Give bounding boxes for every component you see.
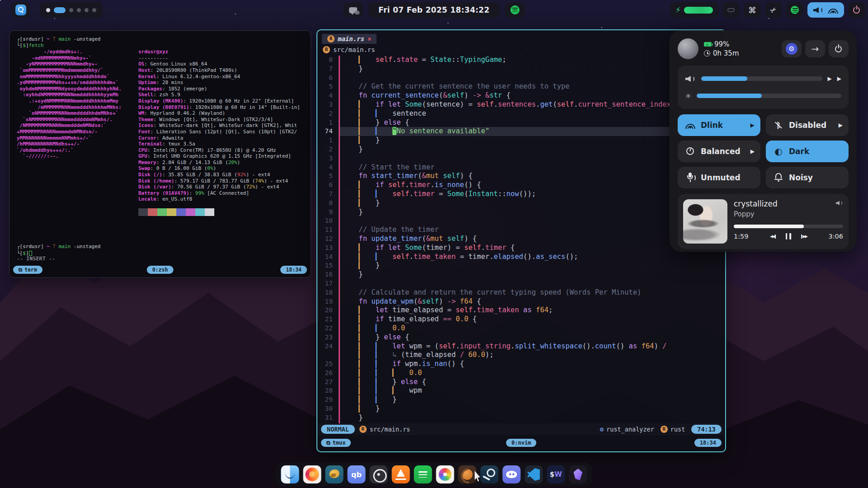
code-line: 7 ▎ ▎ self.timer = Some(Instant::now()); <box>317 190 725 199</box>
workspace-indicator[interactable] <box>40 2 103 18</box>
code-line: 3 ▎ if let Some(sentence) = self.sentenc… <box>317 100 725 109</box>
tmux-clock-label: 18:34 <box>700 440 716 446</box>
speaker-icon[interactable] <box>835 199 843 206</box>
dock-item-finder[interactable] <box>281 465 299 483</box>
code-line: 22 ▎ ▎ 0.0 <box>317 324 725 333</box>
dock-item-discord[interactable] <box>503 465 521 483</box>
terminal-window[interactable]: ┌[srdusr] ~ ᛉ main -unstaged└[$]fetch -/… <box>9 30 311 278</box>
toggle-disabled[interactable]: ᛒDisabled▶ <box>766 114 849 136</box>
fetch-info-line: Uptime: 28 mins <box>138 80 303 86</box>
toggle-noisy[interactable]: Noisy <box>766 167 849 188</box>
color-swatch <box>195 208 205 216</box>
clock-pill[interactable]: Fri 07 Feb 2025 18:34:22 <box>368 2 500 18</box>
tmux-session-zsh[interactable]: 0:zsh <box>147 266 174 274</box>
tmux-window-term[interactable]: ⧉ term <box>13 266 42 274</box>
volume-network-button[interactable] <box>807 2 844 18</box>
brightness-slider[interactable] <box>697 94 841 98</box>
dock-item-obsidian[interactable] <box>569 465 587 483</box>
pause-button[interactable] <box>786 233 791 239</box>
logout-button[interactable]: → <box>805 40 825 57</box>
volume-slider[interactable] <box>701 76 822 81</box>
launcher-button[interactable] <box>12 2 30 18</box>
chevron-right-icon[interactable]: ▶ <box>828 75 832 82</box>
workspace-4[interactable] <box>77 8 81 12</box>
tmux-session-nvim[interactable]: 0:nvim <box>506 439 536 447</box>
workspace-3[interactable] <box>69 8 73 12</box>
code-line: 19 fn update_wpm(&self) -> f64 { <box>317 297 725 306</box>
dock-item-wezterm[interactable]: $W <box>547 465 565 483</box>
tab-close-icon[interactable]: × <box>368 35 371 42</box>
dock-item-steam[interactable] <box>481 465 499 483</box>
code-line: 6 <box>317 74 725 83</box>
previous-track-button[interactable] <box>770 234 776 239</box>
terminal-prompt-top: ┌[srdusr] ~ ᛉ main -unstaged└[$]fetch <box>17 36 303 48</box>
toggle-dlink[interactable]: Dlink▶ <box>678 114 760 136</box>
settings-button[interactable]: ⚙ <box>782 40 802 57</box>
desktop: Fri 07 Feb 2025 18:34:22 ⚡ ⌘ ✂ <box>0 0 868 488</box>
battery-indicator[interactable]: ⚡ <box>670 2 718 18</box>
tmux-session-label: 0:nvim <box>511 440 531 446</box>
microphone-icon <box>685 173 696 183</box>
window-icon: ⧉ <box>326 440 330 446</box>
fetch-info-line: Packages: 1852 (emerge) <box>138 86 303 92</box>
dock-item-vscode[interactable] <box>525 465 543 483</box>
toggle-dark[interactable]: ◐Dark <box>766 141 849 162</box>
code-line: 2 ▎ ▎ sentence <box>317 109 725 118</box>
arrow-right-icon: → <box>811 43 819 54</box>
seek-bar[interactable] <box>734 225 843 228</box>
dock-item-obs[interactable] <box>370 465 388 483</box>
fetch-info-line: GPU: Intel UHD Graphics 620 @ 1.15 GHz [… <box>138 153 303 160</box>
wifi-icon <box>828 5 839 15</box>
window-icon: ⧉ <box>19 267 22 273</box>
vi-mode-indicator: -- INSERT -- <box>17 256 303 262</box>
terminal-body[interactable]: ┌[srdusr] ~ ᛉ main -unstaged└[$]fetch -/… <box>9 31 311 277</box>
fetch-info-line: WM: Hyprland 0.46.2 (Wayland) <box>138 110 303 117</box>
contrast-icon: ◐ <box>773 146 784 156</box>
toggle-label: Dlink <box>701 121 723 130</box>
dock-item-otter[interactable] <box>458 465 476 483</box>
spotify-button[interactable] <box>505 2 525 18</box>
tray-button[interactable] <box>722 2 740 18</box>
dock-item-vlc[interactable] <box>392 465 410 483</box>
dock-item-firefox[interactable] <box>303 465 321 483</box>
dock-item-photos[interactable] <box>436 465 454 483</box>
avatar[interactable] <box>678 38 698 59</box>
quick-toggles: Dlink▶ᛒDisabled▶Balanced▶◐DarkUnmutedNoi… <box>678 114 849 188</box>
power-button[interactable] <box>829 40 849 57</box>
cursor-position-badge: 74:13 <box>691 425 722 434</box>
chevron-right-icon[interactable]: ▶ <box>837 75 841 82</box>
editor-window[interactable]: R main.rs × R src/main.rs 8 ▎ self.state… <box>316 29 726 452</box>
workspace-5[interactable] <box>85 8 89 12</box>
color-swatch <box>138 208 148 216</box>
toggle-label: Unmuted <box>701 173 741 182</box>
spotify-tray-button[interactable] <box>786 2 803 18</box>
fetch-info-line: Display (MK400): 868x488 @ 60 Hz in 22… <box>138 98 303 104</box>
toggle-unmuted[interactable]: Unmuted <box>678 167 760 188</box>
fetch-info-line: OS: Gentoo Linux x86_64 <box>138 61 303 67</box>
dock-item-bird[interactable] <box>326 465 344 483</box>
code-line: 6 ▎ if self.timer.is_none() { <box>317 181 725 190</box>
notifications-button[interactable] <box>343 2 363 18</box>
workspace-1[interactable] <box>46 8 50 12</box>
workspace-2[interactable] <box>54 7 66 13</box>
fetch-output: -/oyddmdhs+:. -odNMMMMMMMMNNmhy+-` -yNMM… <box>17 49 303 202</box>
power-menu-button[interactable] <box>848 2 865 18</box>
dock-item-spotify[interactable] <box>414 465 432 483</box>
fetch-info-line: Disk (/): 35.85 GiB / 38.83 GiB (92%) - … <box>138 172 303 178</box>
code-line: 15 ▎ } <box>317 261 725 270</box>
toggle-balanced[interactable]: Balanced▶ <box>678 141 760 162</box>
code-line: 28 ▎ ▎ ▎ wpm <box>317 386 725 395</box>
workspace-6[interactable] <box>92 8 96 12</box>
dock-item-qb[interactable]: qb <box>348 465 366 483</box>
terminal-prompt-bottom: ┌[srdusr] ~ ᛉ main -unstaged└[$] <box>17 244 303 256</box>
code-area[interactable]: 8 ▎ self.state = State::TypingGame;7 }65… <box>317 56 725 423</box>
next-track-button[interactable] <box>801 234 807 239</box>
command-button[interactable]: ⌘ <box>744 2 761 18</box>
tab-main-rs[interactable]: R main.rs × <box>322 34 377 44</box>
tmux-window-tmux[interactable]: ⧉ tmux <box>321 439 351 447</box>
wifi-icon <box>685 120 696 130</box>
screenshot-button[interactable]: ✂ <box>765 2 782 18</box>
gear-icon: ⚙ <box>600 426 604 433</box>
tray-icon <box>727 8 735 12</box>
battery-icon: ⚡ <box>704 42 712 47</box>
